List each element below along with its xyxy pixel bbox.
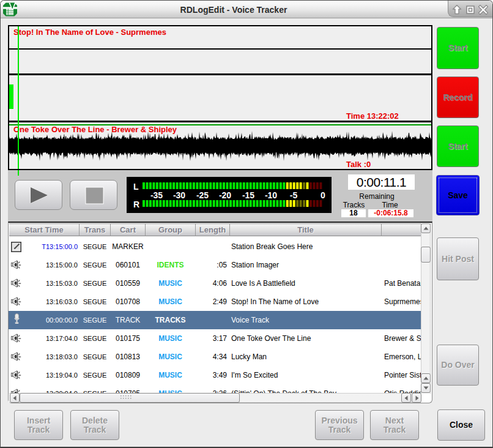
svg-text:L: L (133, 182, 139, 192)
svg-text:0: 0 (321, 190, 325, 200)
svg-text:-25: -25 (196, 190, 209, 200)
svg-text:-15: -15 (242, 190, 254, 200)
svg-text:-30: -30 (173, 190, 185, 200)
svg-text:R: R (133, 200, 139, 209)
svg-text:-5: -5 (290, 190, 298, 200)
svg-text:-10: -10 (265, 190, 277, 200)
svg-text:-20: -20 (219, 190, 231, 200)
svg-text:-35: -35 (150, 190, 163, 200)
